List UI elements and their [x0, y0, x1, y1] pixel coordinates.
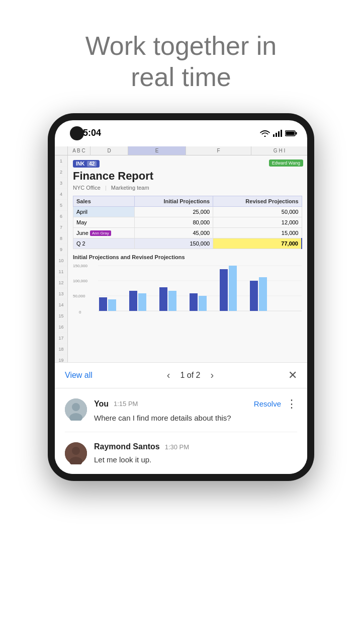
svg-rect-16: [99, 297, 107, 311]
comment-body-you: You 1:15 PM Resolve ⋮ Where can I find m…: [94, 398, 297, 424]
svg-rect-22: [190, 293, 198, 311]
comment-nav: View all ‹ 1 of 2 › ✕: [55, 363, 307, 388]
author-row: Raymond Santos 1:30 PM: [94, 442, 189, 451]
svg-rect-2: [276, 133, 277, 137]
status-icons: [260, 130, 297, 137]
chart-title: Initial Projections and Revised Projecti…: [73, 254, 302, 260]
svg-rect-25: [229, 266, 237, 311]
view-all-button[interactable]: View all: [65, 371, 93, 380]
status-bar: 5:04: [55, 120, 307, 146]
svg-text:150,000: 150,000: [73, 264, 87, 268]
svg-rect-27: [259, 277, 267, 311]
svg-rect-3: [278, 131, 280, 137]
phone-wrapper: 5:04: [0, 113, 362, 481]
next-arrow[interactable]: ›: [210, 369, 214, 381]
svg-rect-24: [220, 269, 228, 311]
table-row: Q 2 150,000 77,000: [73, 238, 302, 249]
comment-time: 1:30 PM: [165, 443, 189, 451]
comment-header: You 1:15 PM Resolve ⋮: [94, 398, 297, 410]
svg-rect-7: [286, 131, 295, 135]
comment-item: Raymond Santos 1:30 PM Let me look it up…: [55, 432, 307, 474]
page-indicator: 1 of 2: [180, 371, 200, 380]
hero-line2: real time: [131, 62, 231, 92]
svg-text:0: 0: [79, 310, 81, 314]
svg-text:100,000: 100,000: [73, 279, 87, 283]
avatar-you: [65, 398, 87, 421]
comment-text: Let me look it up.: [94, 454, 297, 466]
comment-body-raymond: Raymond Santos 1:30 PM Let me look it up…: [94, 442, 297, 466]
wifi-icon: [260, 130, 270, 137]
svg-rect-20: [159, 287, 167, 311]
svg-rect-23: [199, 296, 207, 311]
comment-text: Where can I find more details about this…: [94, 413, 297, 424]
table-row: June Ann Gray 45,000 15,000: [73, 227, 302, 238]
data-table: Sales Initial Projections Revised Projec…: [73, 196, 302, 249]
comment-author: Raymond Santos: [94, 442, 160, 451]
screen: A B C D E F G H I 1 2 3 4 5 6: [55, 146, 307, 474]
resolve-button[interactable]: Resolve: [254, 399, 281, 408]
svg-rect-26: [250, 281, 258, 311]
ink-badge: INK 42: [73, 160, 100, 168]
chart-svg: 150,000 100,000 50,000 0: [73, 263, 304, 316]
close-button[interactable]: ✕: [288, 369, 297, 382]
svg-rect-17: [108, 299, 116, 311]
comment-author: You: [94, 399, 109, 409]
row-numbers: 1 2 3 4 5 6 7 8 9 10 11 12 13 14: [55, 155, 68, 363]
finance-title: Finance Report: [73, 170, 302, 183]
signal-icon: [273, 130, 282, 137]
finance-subtitle: NYC Office | Marketing team: [73, 185, 302, 191]
svg-text:50,000: 50,000: [73, 294, 85, 298]
comments-section: You 1:15 PM Resolve ⋮ Where can I find m…: [55, 388, 307, 474]
hero-line1: Work together in: [85, 31, 277, 60]
svg-point-29: [72, 403, 80, 411]
svg-rect-1: [273, 134, 275, 137]
chart-section: Initial Projections and Revised Projecti…: [73, 254, 302, 318]
spreadsheet-area: A B C D E F G H I 1 2 3 4 5 6: [55, 146, 307, 363]
battery-icon: [285, 130, 297, 136]
phone-device: 5:04: [48, 113, 314, 481]
comment-time: 1:15 PM: [114, 400, 138, 408]
comment-actions: Resolve ⋮: [254, 398, 297, 410]
hero-text: Work together in real time: [0, 0, 362, 113]
comment-item: You 1:15 PM Resolve ⋮ Where can I find m…: [55, 388, 307, 432]
svg-rect-6: [296, 132, 297, 134]
avatar-raymond: [65, 442, 87, 464]
svg-point-0: [264, 135, 266, 137]
table-row: May 80,000 12,000: [73, 217, 302, 227]
svg-rect-19: [138, 293, 146, 311]
prev-arrow[interactable]: ‹: [167, 369, 170, 381]
comment-header: Raymond Santos 1:30 PM: [94, 442, 297, 451]
camera-notch: [70, 126, 84, 140]
svg-rect-4: [281, 130, 282, 137]
nav-controls: ‹ 1 of 2 ›: [167, 369, 214, 381]
finance-content: Edward Wang INK 42 Finance Report NYC Of…: [68, 155, 307, 363]
svg-rect-18: [129, 291, 137, 311]
author-row: You 1:15 PM: [94, 399, 138, 409]
status-time: 5:04: [83, 128, 101, 138]
svg-point-32: [72, 447, 80, 455]
edward-cursor: Edward Wang: [269, 159, 303, 167]
more-options-button[interactable]: ⋮: [286, 398, 297, 410]
table-row: April 25,000 50,000: [73, 206, 302, 217]
svg-rect-21: [168, 291, 176, 311]
